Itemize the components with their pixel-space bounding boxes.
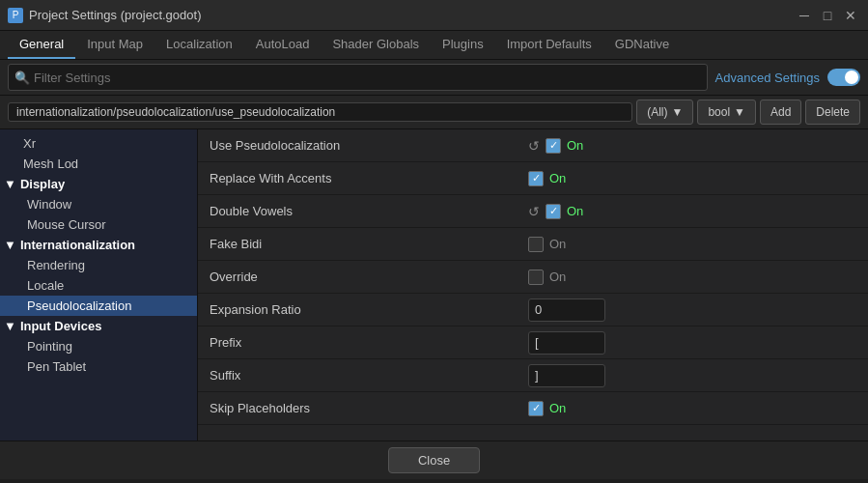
check-icon-2: ✓ xyxy=(532,173,541,184)
setting-label-skip-placeholders: Skip Placeholders xyxy=(210,401,528,415)
type-dropdown[interactable]: bool ▼ xyxy=(697,99,756,125)
setting-row-replace-with-accents: Replace With Accents ✓ On xyxy=(198,162,868,195)
tab-import-defaults[interactable]: Import Defaults xyxy=(495,31,603,59)
breadcrumb-bar: internationalization/pseudolocalization/… xyxy=(0,96,868,129)
tab-autoload[interactable]: AutoLoad xyxy=(244,31,322,59)
sidebar-item-pointing[interactable]: Pointing xyxy=(0,336,197,356)
setting-value-skip-placeholders: ✓ On xyxy=(528,401,856,416)
setting-value-double-vowels: ↺ ✓ On xyxy=(528,204,856,219)
title-bar-left: P Project Settings (project.godot) xyxy=(8,8,201,23)
setting-label-expansion-ratio: Expansion Ratio xyxy=(210,302,528,317)
setting-label-double-vowels: Double Vowels xyxy=(210,204,528,218)
tab-general[interactable]: General xyxy=(8,31,75,59)
tab-localization[interactable]: Localization xyxy=(154,31,244,59)
category-dropdown-value: (All) xyxy=(647,105,667,119)
check-icon: ✓ xyxy=(549,140,558,151)
reset-icon-use-pseudolocalization[interactable]: ↺ xyxy=(528,138,540,154)
checkbox-double-vowels[interactable]: ✓ xyxy=(546,204,561,219)
setting-row-use-pseudolocalization: Use Pseudolocalization ↺ ✓ On xyxy=(198,129,868,162)
sidebar-item-window[interactable]: Window xyxy=(0,194,197,214)
checkbox-fake-bidi[interactable] xyxy=(528,237,544,252)
setting-value-fake-bidi: On xyxy=(528,237,856,252)
checkbox-replace-with-accents[interactable]: ✓ xyxy=(528,171,544,186)
window-title: Project Settings (project.godot) xyxy=(29,8,201,22)
sidebar-item-input-devices[interactable]: ▼ Input Devices xyxy=(0,316,197,336)
setting-row-fake-bidi: Fake Bidi On xyxy=(198,228,868,261)
tab-shader-globals[interactable]: Shader Globals xyxy=(321,31,431,59)
type-dropdown-value: bool xyxy=(708,105,730,119)
tab-input-map[interactable]: Input Map xyxy=(75,31,154,59)
setting-value-expansion-ratio xyxy=(528,298,856,322)
tab-bar: General Input Map Localization AutoLoad … xyxy=(0,31,868,60)
setting-row-double-vowels: Double Vowels ↺ ✓ On xyxy=(198,195,868,228)
sidebar-item-mouse-cursor[interactable]: Mouse Cursor xyxy=(0,214,197,235)
category-dropdown[interactable]: (All) ▼ xyxy=(636,99,693,125)
filter-input[interactable] xyxy=(34,67,701,88)
on-badge-fake-bidi: On xyxy=(549,237,566,251)
window-controls: ─ □ ✕ xyxy=(795,6,860,25)
checkbox-use-pseudolocalization[interactable]: ✓ xyxy=(546,138,561,154)
on-badge-double-vowels: On xyxy=(567,204,583,218)
arrow-icon-3: ▼ xyxy=(4,319,16,333)
setting-label-use-pseudolocalization: Use Pseudolocalization xyxy=(210,138,528,153)
filter-bar: 🔍 Advanced Settings xyxy=(0,60,868,96)
tab-gdnative[interactable]: GDNative xyxy=(603,31,681,59)
arrow-icon: ▼ xyxy=(4,177,16,191)
breadcrumb-path: internationalization/pseudolocalization/… xyxy=(8,102,632,122)
filter-input-wrapper: 🔍 xyxy=(8,64,708,91)
delete-button[interactable]: Delete xyxy=(805,99,860,125)
setting-row-skip-placeholders: Skip Placeholders ✓ On xyxy=(198,392,868,425)
on-badge-replace-with-accents: On xyxy=(549,171,566,185)
app-icon: P xyxy=(8,8,23,23)
sidebar-item-xr[interactable]: Xr xyxy=(0,133,197,154)
on-badge-override: On xyxy=(549,270,566,284)
on-badge-use-pseudolocalization: On xyxy=(567,138,583,153)
sidebar-item-rendering[interactable]: Rendering xyxy=(0,255,197,275)
sidebar-item-display[interactable]: ▼ Display xyxy=(0,174,197,194)
tab-plugins[interactable]: Plugins xyxy=(431,31,495,59)
reset-icon-double-vowels[interactable]: ↺ xyxy=(528,204,540,219)
check-icon-3: ✓ xyxy=(549,206,558,216)
settings-content: Use Pseudolocalization ↺ ✓ On Replace Wi… xyxy=(198,129,868,440)
setting-label-prefix: Prefix xyxy=(210,335,528,350)
setting-value-prefix xyxy=(528,331,856,355)
sidebar-item-internationalization[interactable]: ▼ Internationalization xyxy=(0,235,197,255)
footer: Close xyxy=(0,440,868,479)
sidebar-item-pen-tablet[interactable]: Pen Tablet xyxy=(0,356,197,377)
chevron-down-icon-2: ▼ xyxy=(734,105,745,119)
sidebar-item-pseudolocalization[interactable]: Pseudolocalization xyxy=(0,296,197,316)
chevron-down-icon: ▼ xyxy=(671,105,683,119)
search-icon: 🔍 xyxy=(14,71,30,85)
setting-row-prefix: Prefix xyxy=(198,327,868,359)
checkbox-override[interactable] xyxy=(528,270,544,285)
add-button[interactable]: Add xyxy=(760,99,801,125)
setting-row-suffix: Suffix xyxy=(198,359,868,392)
sidebar-item-mesh-lod[interactable]: Mesh Lod xyxy=(0,154,197,174)
close-button[interactable]: Close xyxy=(388,447,480,473)
advanced-settings-toggle[interactable] xyxy=(827,69,860,86)
setting-row-expansion-ratio: Expansion Ratio xyxy=(198,294,868,327)
sidebar: Xr Mesh Lod ▼ Display Window Mouse Curso… xyxy=(0,129,198,440)
suffix-input[interactable] xyxy=(528,364,605,387)
setting-row-override: Override On xyxy=(198,261,868,294)
check-icon-4: ✓ xyxy=(532,403,541,413)
setting-value-override: On xyxy=(528,270,856,285)
close-window-button[interactable]: ✕ xyxy=(841,6,860,25)
setting-label-replace-with-accents: Replace With Accents xyxy=(210,171,528,185)
prefix-input[interactable] xyxy=(528,331,605,355)
minimize-button[interactable]: ─ xyxy=(795,6,814,25)
setting-label-suffix: Suffix xyxy=(210,368,528,383)
setting-value-suffix xyxy=(528,364,856,387)
expansion-ratio-input[interactable] xyxy=(528,298,605,322)
advanced-settings-label: Advanced Settings xyxy=(715,71,820,85)
on-badge-skip-placeholders: On xyxy=(549,401,566,415)
title-bar: P Project Settings (project.godot) ─ □ ✕ xyxy=(0,0,868,31)
setting-label-fake-bidi: Fake Bidi xyxy=(210,237,528,251)
setting-value-replace-with-accents: ✓ On xyxy=(528,171,856,186)
setting-label-override: Override xyxy=(210,270,528,284)
maximize-button[interactable]: □ xyxy=(818,6,837,25)
sidebar-item-locale[interactable]: Locale xyxy=(0,275,197,296)
checkbox-skip-placeholders[interactable]: ✓ xyxy=(528,401,544,416)
arrow-icon-2: ▼ xyxy=(4,238,16,252)
main-layout: Xr Mesh Lod ▼ Display Window Mouse Curso… xyxy=(0,129,868,440)
